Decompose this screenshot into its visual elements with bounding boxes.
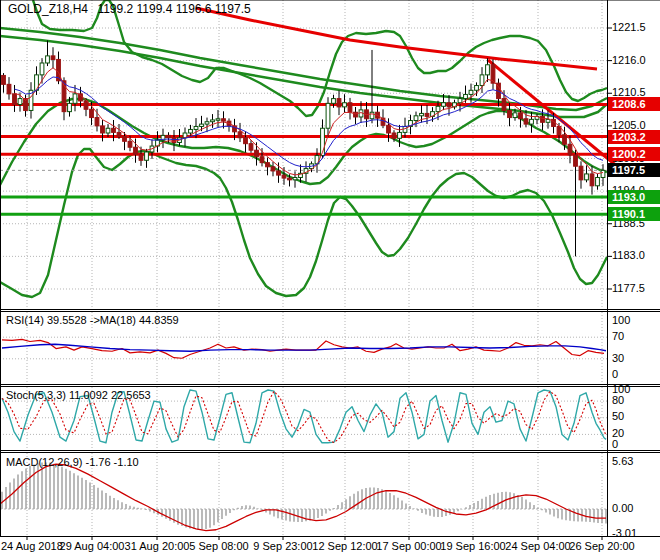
macd-tick: -3.01: [612, 527, 658, 540]
rsi-tick: 100: [612, 314, 658, 327]
resistance-badge: 1208.6: [608, 97, 660, 111]
rsi-indicator-label: RSI(14) 39.5528 ->MA(18) 44.8359: [6, 314, 179, 327]
macd-tick: 5.63: [612, 455, 658, 468]
resistance-badge: 1200.2: [608, 147, 660, 161]
rsi-tick: 70: [612, 330, 658, 343]
y-tick: 1221.5: [612, 21, 658, 34]
macd-indicator-label: MACD(12,26,9) -1.76 -1.10: [6, 456, 139, 469]
y-tick: 1183.0: [612, 249, 658, 262]
stoch-tick: 0: [612, 438, 658, 451]
chart-title: GOLD_Z18,H4 1199.2 1199.4 1196.6 1197.5: [8, 3, 251, 16]
support-badge: 1190.1: [608, 207, 660, 221]
last-price-badge: 1197.5: [608, 163, 660, 177]
macd-tick: 0.00: [612, 502, 658, 515]
y-tick: 1177.5: [612, 282, 658, 295]
resistance-badge: 1203.2: [608, 130, 660, 144]
rsi-tick: 0: [612, 368, 658, 381]
stoch-tick: 50: [612, 410, 658, 423]
y-tick: 1216.0: [612, 54, 658, 67]
symbol-label: GOLD_Z18,H4: [8, 2, 88, 16]
chart-canvas[interactable]: [0, 0, 660, 560]
support-badge: 1193.0: [608, 190, 660, 204]
trading-chart-window: { "window": { "symbol": "GOLD_Z18,H4", "…: [0, 0, 660, 560]
ohlc-readout: 1199.2 1199.4 1196.6 1197.5: [91, 2, 250, 16]
rsi-tick: 30: [612, 352, 658, 365]
x-axis-label: 26 Sep 20:00: [562, 540, 642, 553]
stoch-indicator-label: Stoch(5,3,3) 11.0092 22.5653: [6, 389, 151, 402]
stoch-tick: 80: [612, 394, 658, 407]
